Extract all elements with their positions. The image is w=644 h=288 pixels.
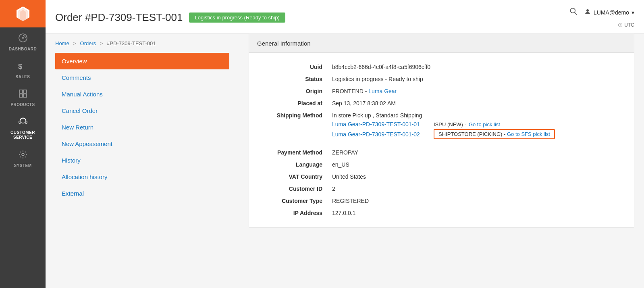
origin-prefix: FRONTEND - xyxy=(332,88,368,94)
table-row: Payment Method ZEROPAY xyxy=(261,142,622,159)
svg-marker-2 xyxy=(20,10,26,21)
svg-rect-8 xyxy=(19,94,23,97)
svg-point-4 xyxy=(22,37,24,39)
shipping-badge-1: ISPU (NEW) - Go to pick list xyxy=(434,121,500,127)
header-left: Order #PD-7309-TEST-001 Logistics in pro… xyxy=(55,11,285,24)
shipping-badge-2: SHIPTOSTORE (PICKING) - Go to SFS pick l… xyxy=(434,129,555,139)
field-value: b8b4ccb2-666d-4c0f-a4f8-ca5f6906cff0 xyxy=(326,61,622,73)
sidebar-item-dashboard-label: DASHBOARD xyxy=(9,47,37,51)
nav-comments[interactable]: Comments xyxy=(55,69,229,86)
breadcrumb-home[interactable]: Home xyxy=(55,40,69,46)
field-label: Customer ID xyxy=(261,183,326,195)
utc-display: UTC xyxy=(618,22,634,28)
origin-link[interactable]: Luma Gear xyxy=(368,88,397,94)
svg-text:$: $ xyxy=(18,63,23,71)
table-row: Shipping Method In store Pick up , Stand… xyxy=(261,109,622,142)
breadcrumb-sep-2: > xyxy=(100,40,103,46)
nav-history[interactable]: History xyxy=(55,152,229,169)
user-dropdown-icon: ▾ xyxy=(632,9,634,16)
sidebar-item-customer-service-label: CUSTOMERSERVICE xyxy=(10,130,35,140)
page-title: Order #PD-7309-TEST-001 xyxy=(55,11,183,24)
table-row: Language en_US xyxy=(261,159,622,171)
breadcrumb-current: #PD-7309-TEST-001 xyxy=(107,40,156,46)
svg-line-12 xyxy=(574,13,577,15)
sidebar-item-system[interactable]: SYSTEM xyxy=(0,144,46,172)
search-icon[interactable] xyxy=(569,7,578,17)
svg-point-11 xyxy=(570,8,575,13)
user-icon xyxy=(584,8,591,17)
shipping-row-1: Luma Gear-PD-7309-TEST-001-01 ISPU (NEW)… xyxy=(332,121,619,127)
svg-point-13 xyxy=(586,9,589,12)
breadcrumb-orders[interactable]: Orders xyxy=(80,40,96,46)
header-right: LUMA@demo ▾ UTC xyxy=(569,7,634,28)
general-info-header: General Information xyxy=(249,34,634,53)
body-area: Home > Orders > #PD-7309-TEST-001 Overvi… xyxy=(46,34,644,288)
field-value: 2 xyxy=(326,183,622,195)
sidebar-item-products-label: PRODUCTS xyxy=(10,102,35,107)
field-value: United States xyxy=(326,171,622,183)
sfs-pick-list-link[interactable]: Go to SFS pick list xyxy=(507,131,550,137)
field-value: Sep 13, 2017 8:38:02 AM xyxy=(326,97,622,109)
table-row: VAT Country United States xyxy=(261,171,622,183)
table-row: Placed at Sep 13, 2017 8:38:02 AM xyxy=(261,97,622,109)
right-content: General Information Uuid b8b4ccb2-666d-4… xyxy=(239,34,644,288)
general-info-card: General Information Uuid b8b4ccb2-666d-4… xyxy=(249,34,634,227)
field-value: In store Pick up , Standard Shipping Lum… xyxy=(326,109,622,142)
field-value: REGISTERED xyxy=(326,195,622,207)
header-top-row: LUMA@demo ▾ xyxy=(569,7,634,17)
sidebar-item-sales[interactable]: $ SALES xyxy=(0,55,46,83)
breadcrumb-sep-1: > xyxy=(73,40,76,46)
field-value: ZEROPAY xyxy=(326,142,622,159)
nav-new-return[interactable]: New Return xyxy=(55,119,229,136)
products-icon xyxy=(18,89,28,100)
info-table: Uuid b8b4ccb2-666d-4c0f-a4f8-ca5f6906cff… xyxy=(261,61,622,219)
nav-manual-actions[interactable]: Manual Actions xyxy=(55,86,229,102)
nav-new-appeasement[interactable]: New Appeasement xyxy=(55,136,229,152)
nav-allocation-history[interactable]: Allocation history xyxy=(55,169,229,185)
user-menu[interactable]: LUMA@demo ▾ xyxy=(584,8,634,17)
sidebar-item-products[interactable]: PRODUCTS xyxy=(0,83,46,111)
customer-service-icon xyxy=(18,117,28,128)
pick-list-link-1[interactable]: Go to pick list xyxy=(469,121,500,127)
field-label: Shipping Method xyxy=(261,109,326,142)
sidebar-logo[interactable] xyxy=(0,0,46,27)
sidebar: DASHBOARD $ SALES PRODUCTS CUSTOMERSERVI… xyxy=(0,0,46,288)
sidebar-item-customer-service[interactable]: CUSTOMERSERVICE xyxy=(0,111,46,144)
dashboard-icon xyxy=(18,33,28,44)
shipping-method-text: In store Pick up , Standard Shipping xyxy=(332,112,619,119)
table-row: Customer ID 2 xyxy=(261,183,622,195)
nav-external[interactable]: External xyxy=(55,185,229,202)
sidebar-item-dashboard[interactable]: DASHBOARD xyxy=(0,27,46,55)
field-label: Origin xyxy=(261,85,326,97)
table-row: Origin FRONTEND - Luma Gear xyxy=(261,85,622,97)
field-value: FRONTEND - Luma Gear xyxy=(326,85,622,97)
field-value: Logistics in progress - Ready to ship xyxy=(326,73,622,85)
svg-rect-7 xyxy=(23,90,27,93)
left-panel: Home > Orders > #PD-7309-TEST-001 Overvi… xyxy=(46,34,239,288)
table-row: IP Address 127.0.0.1 xyxy=(261,207,622,219)
magento-logo-icon xyxy=(14,5,32,23)
main-content: Order #PD-7309-TEST-001 Logistics in pro… xyxy=(46,0,644,288)
field-label: IP Address xyxy=(261,207,326,219)
svg-point-10 xyxy=(22,153,24,156)
status-badge: Logistics in progress (Ready to ship) xyxy=(189,13,285,23)
sidebar-item-sales-label: SALES xyxy=(16,75,30,79)
field-label: Language xyxy=(261,159,326,171)
field-label: Uuid xyxy=(261,61,326,73)
table-row: Customer Type REGISTERED xyxy=(261,195,622,207)
svg-rect-6 xyxy=(19,90,23,93)
system-icon xyxy=(18,150,28,161)
shipping-link-1[interactable]: Luma Gear-PD-7309-TEST-001-01 xyxy=(332,121,429,127)
breadcrumb: Home > Orders > #PD-7309-TEST-001 xyxy=(46,34,239,53)
field-value: en_US xyxy=(326,159,622,171)
table-row: Status Logistics in progress - Ready to … xyxy=(261,73,622,85)
shipping-row-2: Luma Gear-PD-7309-TEST-001-02 SHIPTOSTOR… xyxy=(332,129,619,139)
shipping-link-2[interactable]: Luma Gear-PD-7309-TEST-001-02 xyxy=(332,131,429,138)
field-label: Customer Type xyxy=(261,195,326,207)
nav-cancel-order[interactable]: Cancel Order xyxy=(55,102,229,119)
page-header: Order #PD-7309-TEST-001 Logistics in pro… xyxy=(46,0,644,34)
field-value: 127.0.0.1 xyxy=(326,207,622,219)
table-row: Uuid b8b4ccb2-666d-4c0f-a4f8-ca5f6906cff… xyxy=(261,61,622,73)
nav-overview[interactable]: Overview xyxy=(55,53,229,69)
field-label: Status xyxy=(261,73,326,85)
